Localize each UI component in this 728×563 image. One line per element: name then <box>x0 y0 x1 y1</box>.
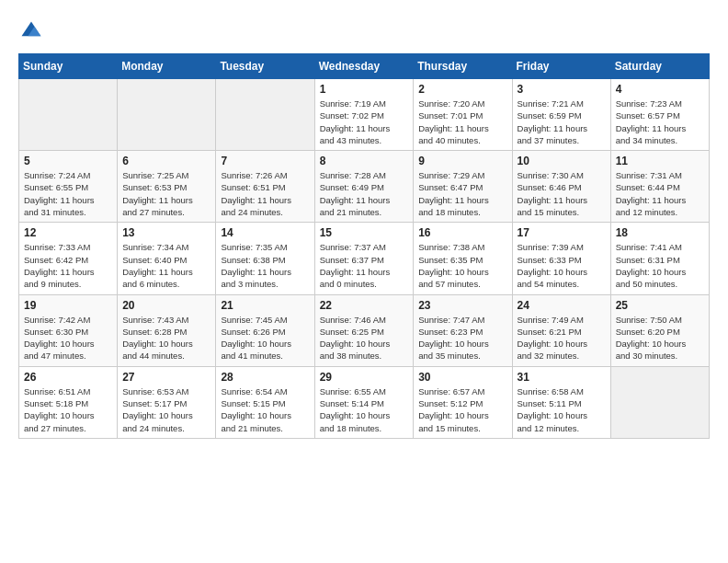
day-info: Sunrise: 7:43 AM Sunset: 6:28 PM Dayligh… <box>122 314 210 362</box>
weekday-header-row: SundayMondayTuesdayWednesdayThursdayFrid… <box>19 54 710 79</box>
calendar-cell: 30Sunrise: 6:57 AM Sunset: 5:12 PM Dayli… <box>414 366 512 438</box>
day-number: 30 <box>418 371 506 384</box>
day-number: 10 <box>518 155 606 167</box>
calendar-week-row: 12Sunrise: 7:33 AM Sunset: 6:42 PM Dayli… <box>19 223 710 294</box>
day-number: 27 <box>122 371 210 384</box>
day-number: 19 <box>24 299 112 312</box>
page-header <box>18 18 710 44</box>
calendar-cell: 23Sunrise: 7:47 AM Sunset: 6:23 PM Dayli… <box>414 294 512 366</box>
day-number: 17 <box>518 226 606 239</box>
day-info: Sunrise: 7:42 AM Sunset: 6:30 PM Dayligh… <box>24 314 112 362</box>
day-info: Sunrise: 7:45 AM Sunset: 6:26 PM Dayligh… <box>221 314 309 362</box>
calendar-cell <box>118 79 216 151</box>
day-info: Sunrise: 7:23 AM Sunset: 6:57 PM Dayligh… <box>616 98 704 146</box>
day-info: Sunrise: 7:24 AM Sunset: 6:55 PM Dayligh… <box>24 169 112 218</box>
calendar-cell: 25Sunrise: 7:50 AM Sunset: 6:20 PM Dayli… <box>610 294 709 366</box>
day-info: Sunrise: 6:51 AM Sunset: 5:18 PM Dayligh… <box>24 385 112 434</box>
calendar-cell: 1Sunrise: 7:19 AM Sunset: 7:02 PM Daylig… <box>314 79 414 151</box>
day-number: 22 <box>320 299 409 312</box>
day-info: Sunrise: 7:47 AM Sunset: 6:23 PM Dayligh… <box>418 314 506 362</box>
weekday-header-thursday: Thursday <box>414 54 512 79</box>
day-number: 26 <box>24 371 112 384</box>
day-number: 15 <box>320 226 409 239</box>
day-number: 23 <box>418 299 506 312</box>
calendar-cell: 4Sunrise: 7:23 AM Sunset: 6:57 PM Daylig… <box>610 79 709 151</box>
day-number: 16 <box>418 226 506 239</box>
weekday-header-friday: Friday <box>512 54 610 79</box>
calendar-cell: 17Sunrise: 7:39 AM Sunset: 6:33 PM Dayli… <box>512 223 610 294</box>
day-number: 9 <box>418 155 506 167</box>
day-info: Sunrise: 7:28 AM Sunset: 6:49 PM Dayligh… <box>320 169 409 218</box>
day-number: 21 <box>221 299 309 312</box>
day-info: Sunrise: 7:35 AM Sunset: 6:38 PM Dayligh… <box>221 241 309 290</box>
day-info: Sunrise: 7:20 AM Sunset: 7:01 PM Dayligh… <box>418 98 506 146</box>
weekday-header-saturday: Saturday <box>610 54 709 79</box>
calendar-cell: 21Sunrise: 7:45 AM Sunset: 6:26 PM Dayli… <box>216 294 314 366</box>
day-info: Sunrise: 6:55 AM Sunset: 5:14 PM Dayligh… <box>320 385 409 434</box>
day-info: Sunrise: 7:26 AM Sunset: 6:51 PM Dayligh… <box>221 169 309 218</box>
day-info: Sunrise: 7:41 AM Sunset: 6:31 PM Dayligh… <box>616 241 704 290</box>
calendar-cell: 14Sunrise: 7:35 AM Sunset: 6:38 PM Dayli… <box>216 223 314 294</box>
calendar-cell: 18Sunrise: 7:41 AM Sunset: 6:31 PM Dayli… <box>610 223 709 294</box>
day-number: 31 <box>518 371 606 384</box>
calendar-cell: 12Sunrise: 7:33 AM Sunset: 6:42 PM Dayli… <box>19 223 118 294</box>
calendar-cell <box>216 79 314 151</box>
day-number: 24 <box>518 299 606 312</box>
day-info: Sunrise: 7:29 AM Sunset: 6:47 PM Dayligh… <box>418 169 506 218</box>
day-info: Sunrise: 7:25 AM Sunset: 6:53 PM Dayligh… <box>122 169 210 218</box>
day-number: 12 <box>24 226 112 239</box>
calendar-cell: 9Sunrise: 7:29 AM Sunset: 6:47 PM Daylig… <box>414 151 512 223</box>
logo <box>18 18 48 44</box>
day-number: 25 <box>616 299 704 312</box>
calendar-table: SundayMondayTuesdayWednesdayThursdayFrid… <box>18 53 710 439</box>
day-info: Sunrise: 7:30 AM Sunset: 6:46 PM Dayligh… <box>518 169 606 218</box>
calendar-week-row: 19Sunrise: 7:42 AM Sunset: 6:30 PM Dayli… <box>19 294 710 366</box>
calendar-week-row: 5Sunrise: 7:24 AM Sunset: 6:55 PM Daylig… <box>19 151 710 223</box>
day-info: Sunrise: 7:33 AM Sunset: 6:42 PM Dayligh… <box>24 241 112 290</box>
calendar-cell: 26Sunrise: 6:51 AM Sunset: 5:18 PM Dayli… <box>19 366 118 438</box>
day-info: Sunrise: 6:53 AM Sunset: 5:17 PM Dayligh… <box>122 385 210 434</box>
calendar-cell: 8Sunrise: 7:28 AM Sunset: 6:49 PM Daylig… <box>314 151 414 223</box>
calendar-cell <box>610 366 709 438</box>
calendar-cell: 20Sunrise: 7:43 AM Sunset: 6:28 PM Dayli… <box>118 294 216 366</box>
day-info: Sunrise: 6:57 AM Sunset: 5:12 PM Dayligh… <box>418 385 506 434</box>
calendar-cell: 28Sunrise: 6:54 AM Sunset: 5:15 PM Dayli… <box>216 366 314 438</box>
weekday-header-sunday: Sunday <box>19 54 118 79</box>
day-number: 4 <box>616 83 704 96</box>
weekday-header-tuesday: Tuesday <box>216 54 314 79</box>
calendar-cell: 6Sunrise: 7:25 AM Sunset: 6:53 PM Daylig… <box>118 151 216 223</box>
calendar-cell: 15Sunrise: 7:37 AM Sunset: 6:37 PM Dayli… <box>314 223 414 294</box>
calendar-cell: 5Sunrise: 7:24 AM Sunset: 6:55 PM Daylig… <box>19 151 118 223</box>
day-number: 2 <box>418 83 506 96</box>
day-number: 14 <box>221 226 309 239</box>
day-info: Sunrise: 7:39 AM Sunset: 6:33 PM Dayligh… <box>518 241 606 290</box>
day-number: 6 <box>122 155 210 167</box>
day-info: Sunrise: 7:38 AM Sunset: 6:35 PM Dayligh… <box>418 241 506 290</box>
day-info: Sunrise: 7:21 AM Sunset: 6:59 PM Dayligh… <box>518 98 606 146</box>
day-number: 13 <box>122 226 210 239</box>
calendar-cell: 3Sunrise: 7:21 AM Sunset: 6:59 PM Daylig… <box>512 79 610 151</box>
calendar-cell: 13Sunrise: 7:34 AM Sunset: 6:40 PM Dayli… <box>118 223 216 294</box>
day-number: 1 <box>320 83 409 96</box>
calendar-cell: 24Sunrise: 7:49 AM Sunset: 6:21 PM Dayli… <box>512 294 610 366</box>
day-info: Sunrise: 7:37 AM Sunset: 6:37 PM Dayligh… <box>320 241 409 290</box>
day-number: 18 <box>616 226 704 239</box>
day-number: 5 <box>24 155 112 167</box>
day-info: Sunrise: 7:50 AM Sunset: 6:20 PM Dayligh… <box>616 314 704 362</box>
calendar-cell: 22Sunrise: 7:46 AM Sunset: 6:25 PM Dayli… <box>314 294 414 366</box>
day-info: Sunrise: 7:46 AM Sunset: 6:25 PM Dayligh… <box>320 314 409 362</box>
calendar-cell: 2Sunrise: 7:20 AM Sunset: 7:01 PM Daylig… <box>414 79 512 151</box>
calendar-week-row: 1Sunrise: 7:19 AM Sunset: 7:02 PM Daylig… <box>19 79 710 151</box>
day-number: 7 <box>221 155 309 167</box>
calendar-cell: 16Sunrise: 7:38 AM Sunset: 6:35 PM Dayli… <box>414 223 512 294</box>
calendar-cell: 31Sunrise: 6:58 AM Sunset: 5:11 PM Dayli… <box>512 366 610 438</box>
day-info: Sunrise: 6:54 AM Sunset: 5:15 PM Dayligh… <box>221 385 309 434</box>
day-number: 3 <box>518 83 606 96</box>
calendar-week-row: 26Sunrise: 6:51 AM Sunset: 5:18 PM Dayli… <box>19 366 710 438</box>
day-info: Sunrise: 7:49 AM Sunset: 6:21 PM Dayligh… <box>518 314 606 362</box>
calendar-cell: 10Sunrise: 7:30 AM Sunset: 6:46 PM Dayli… <box>512 151 610 223</box>
logo-icon <box>18 18 44 44</box>
calendar-cell: 7Sunrise: 7:26 AM Sunset: 6:51 PM Daylig… <box>216 151 314 223</box>
day-info: Sunrise: 7:19 AM Sunset: 7:02 PM Dayligh… <box>320 98 409 146</box>
day-info: Sunrise: 7:31 AM Sunset: 6:44 PM Dayligh… <box>616 169 704 218</box>
